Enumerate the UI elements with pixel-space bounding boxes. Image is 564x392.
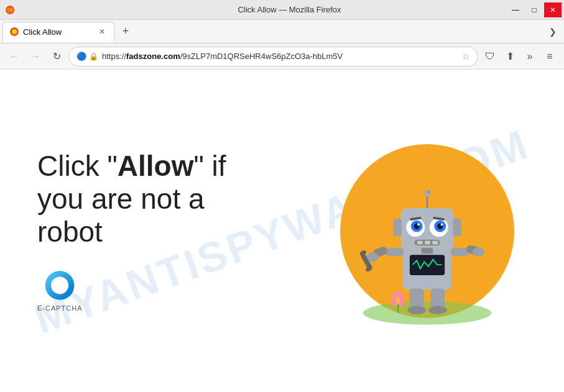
svg-point-45 [407, 306, 426, 314]
svg-point-10 [399, 300, 404, 306]
svg-point-9 [392, 300, 397, 306]
main-container: Click "Allow" ifyou are not arobot [0, 70, 564, 392]
address-bar[interactable]: 🔵 🔒 https://fadszone.com/9sZLP7mD1QRSeHR… [68, 47, 478, 66]
svg-point-8 [395, 291, 400, 297]
minimize-button[interactable]: — [507, 2, 524, 17]
svg-point-25 [441, 223, 443, 226]
nav-right-buttons: 🛡 ⬆ » ≡ [481, 47, 559, 66]
svg-rect-29 [417, 240, 422, 244]
ecaptcha-container: E-CAPTCHA [37, 267, 83, 312]
maximize-button[interactable]: □ [525, 2, 543, 17]
shield-icon: 🔵 [76, 52, 86, 61]
tab-dropdown-button[interactable]: ❯ [544, 23, 562, 40]
ecaptcha-logo [42, 267, 77, 302]
headline-bold: Allow [118, 150, 194, 182]
svg-point-46 [428, 306, 447, 314]
address-security-icons: 🔵 🔒 [76, 52, 98, 61]
forward-button[interactable]: → [26, 47, 45, 66]
ecaptcha-label: E-CAPTCHA [37, 304, 83, 312]
left-section: Click "Allow" ifyou are not arobot [37, 150, 328, 312]
headline: Click "Allow" ifyou are not arobot [37, 150, 226, 248]
new-tab-button[interactable]: + [117, 23, 134, 40]
tab-favicon [9, 27, 19, 37]
svg-rect-34 [386, 247, 404, 255]
navigation-bar: ← → ↻ 🔵 🔒 https://fadszone.com/9sZLP7mD1… [0, 43, 564, 70]
svg-rect-47 [422, 247, 433, 253]
reload-button[interactable]: ↻ [47, 47, 66, 66]
svg-rect-30 [425, 240, 430, 244]
svg-point-16 [423, 189, 430, 196]
svg-point-4 [363, 301, 491, 325]
svg-rect-32 [394, 219, 402, 236]
bookmark-star-icon[interactable]: ☆ [462, 52, 470, 62]
tab-label: Click Allow [23, 27, 93, 37]
robot-svg [346, 144, 508, 330]
page-content: MYANTISPYWARE.COM Click "Allow" ifyou ar… [0, 70, 564, 392]
active-tab[interactable]: Click Allow ✕ [2, 22, 114, 42]
svg-rect-31 [432, 240, 437, 244]
overflow-button[interactable]: » [520, 47, 539, 66]
url-path: /9sZLP7mD1QRSeHR4wS6pZcO3a-hbLm5V [180, 52, 343, 61]
back-button[interactable]: ← [5, 47, 24, 66]
tab-close-button[interactable]: ✕ [96, 26, 108, 37]
shield-button[interactable]: 🛡 [481, 47, 499, 66]
window-title: Click Allow — Mozilla Firefox [20, 5, 559, 14]
firefox-icon [5, 5, 15, 15]
svg-point-17 [428, 191, 430, 193]
svg-point-42 [473, 247, 484, 256]
lock-icon: 🔒 [89, 52, 98, 61]
svg-point-3 [12, 29, 17, 34]
title-bar: Click Allow — Mozilla Firefox — □ ✕ [0, 0, 564, 20]
tab-bar: Click Allow ✕ + ❯ [0, 20, 564, 43]
svg-point-24 [417, 223, 420, 226]
new-tab-icon: + [123, 25, 129, 38]
svg-rect-33 [453, 219, 461, 236]
robot-illustration [328, 132, 527, 330]
window-controls: — □ ✕ [507, 2, 562, 17]
menu-button[interactable]: ≡ [540, 47, 559, 66]
share-button[interactable]: ⬆ [501, 47, 519, 66]
close-button[interactable]: ✕ [544, 2, 562, 17]
url-text: https://fadszone.com/9sZLP7mD1QRSeHR4wS6… [102, 52, 458, 61]
url-domain: fadszone.com [126, 52, 180, 61]
